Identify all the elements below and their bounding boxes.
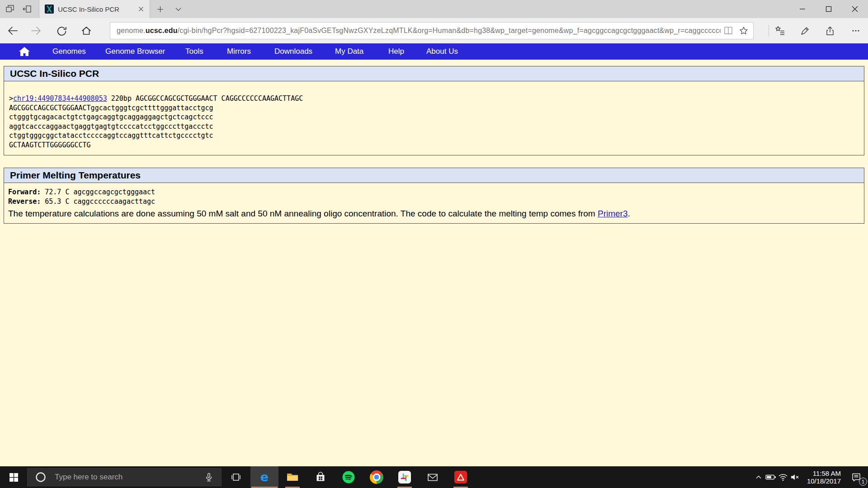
taskbar-app-spotify[interactable] — [335, 466, 363, 488]
microphone-icon[interactable] — [204, 472, 214, 482]
nav-item-downloads[interactable]: Downloads — [274, 47, 312, 56]
new-tab-button[interactable] — [152, 0, 168, 18]
set-tabs-aside-button[interactable] — [19, 0, 35, 18]
slack-icon — [398, 471, 411, 483]
note-period: . — [628, 209, 630, 218]
taskbar-app-file-explorer[interactable] — [278, 466, 307, 488]
chevron-down-icon — [175, 6, 182, 13]
taskbar-search-input[interactable]: Type here to search — [27, 468, 222, 486]
browser-address-bar: genome.ucsc.edu/cgi-bin/hgPcr?hgsid=6271… — [0, 18, 868, 43]
nav-item-tools[interactable]: Tools — [185, 47, 203, 56]
star-icon — [739, 26, 749, 36]
tray-chevron-button[interactable] — [753, 466, 765, 488]
volume-muted-icon — [790, 473, 800, 481]
nav-item-mirrors[interactable]: Mirrors — [227, 47, 251, 56]
nav-item-genome-browser[interactable]: Genome Browser — [105, 47, 165, 56]
windows-taskbar: Type here to search e — [0, 466, 868, 488]
tm-content: Forward: 72.7 C agcggccagcgctgggaact Rev… — [4, 183, 864, 223]
file-explorer-icon — [286, 470, 299, 484]
microsoft-store-icon — [314, 471, 327, 483]
action-center-button[interactable]: 1 — [844, 466, 868, 488]
minimize-button[interactable] — [789, 0, 816, 18]
pen-icon — [800, 25, 811, 36]
tab-close-button[interactable] — [136, 4, 146, 14]
taskbar-clock[interactable]: 11:58 AM 10/18/2017 — [807, 469, 841, 485]
forward-button[interactable] — [27, 22, 45, 40]
pcr-section-title: UCSC In-Silico PCR — [4, 66, 864, 81]
windows-logo-icon — [9, 473, 18, 482]
window-controls — [789, 0, 868, 18]
close-window-button[interactable] — [842, 0, 868, 18]
forward-value: 72.7 C agcggccagcgctgggaact — [41, 188, 155, 196]
hub-icon — [775, 25, 786, 36]
fasta-prefix: > — [9, 94, 13, 103]
sequence-line: ctggtgggcggctatacctccccaggtccaggtttcattc… — [9, 131, 864, 141]
pcr-results-section: UCSC In-Silico PCR >chr19:44907834+44908… — [4, 66, 864, 155]
wifi-status-button[interactable] — [777, 466, 789, 488]
minimize-icon — [799, 6, 806, 12]
forward-label: Forward: — [8, 188, 41, 196]
taskbar-app-mail[interactable] — [419, 466, 447, 488]
tm-section-title: Primer Melting Temperatures — [4, 168, 864, 183]
taskbar-app-chrome[interactable] — [363, 466, 391, 488]
tab-list-dropdown-button[interactable] — [170, 0, 186, 18]
tabs-preview-button[interactable] — [2, 0, 18, 18]
clock-date: 10/18/2017 — [807, 477, 841, 485]
web-note-button[interactable] — [795, 22, 816, 40]
sequence-line: aggtcacccaggaactgaggtgagtgtccccatcctggcc… — [9, 122, 864, 131]
sequence-line: ctgggtgcagacactgtctgagcaggtgcaggaggagctg… — [9, 113, 864, 122]
sequence-line: GCTAAGTCTTGGGGGGCCTG — [9, 141, 864, 150]
refresh-icon — [56, 25, 67, 37]
add-favorite-button[interactable] — [736, 23, 751, 39]
primer3-link[interactable]: Primer3 — [598, 209, 628, 218]
taskbar-app-edge[interactable]: e — [250, 466, 278, 488]
share-icon — [825, 25, 835, 36]
reverse-primer-row: Reverse: 65.3 C caggccccccaagacttagc — [8, 197, 864, 206]
back-button[interactable] — [4, 22, 22, 40]
nav-item-help[interactable]: Help — [388, 47, 404, 56]
home-icon — [19, 47, 30, 56]
nav-home-button[interactable] — [19, 47, 30, 56]
cortana-icon — [35, 471, 47, 483]
home-button[interactable] — [77, 22, 95, 40]
battery-icon — [765, 473, 776, 481]
nav-item-genomes[interactable]: Genomes — [52, 47, 86, 56]
chromosome-position-link[interactable]: chr19:44907834+44908053 — [13, 94, 107, 103]
sequence-line: AGCGGCCAGCGCTGGGAACTggcactgggtcgcttttggg… — [9, 103, 864, 113]
pcr-result-header: >chr19:44907834+44908053 220bp AGCGGCCAG… — [9, 94, 864, 103]
taskbar-app-acrobat[interactable] — [447, 466, 475, 488]
pcr-result-meta: 220bp AGCGGCCAGCGCTGGGAACT CAGGCCCCCCAAG… — [107, 94, 303, 103]
page-content: UCSC In-Silico PCR >chr19:44907834+44908… — [0, 60, 868, 466]
ucsc-nav-bar: Genomes Genome Browser Tools Mirrors Dow… — [0, 43, 868, 60]
set-tabs-aside-icon — [22, 4, 32, 14]
browser-tab-bar: UCSC In-Silico PCR — [0, 0, 868, 18]
system-tray: 11:58 AM 10/18/2017 1 — [753, 466, 868, 488]
notification-badge: 1 — [859, 478, 867, 486]
url-input[interactable]: genome.ucsc.edu/cgi-bin/hgPcr?hgsid=6271… — [110, 22, 754, 39]
maximize-button[interactable] — [816, 0, 842, 18]
taskbar-app-store[interactable] — [307, 466, 335, 488]
maximize-icon — [826, 6, 832, 12]
search-placeholder: Type here to search — [55, 473, 204, 482]
share-button[interactable] — [820, 22, 840, 40]
volume-muted-button[interactable] — [789, 466, 802, 488]
taskbar-app-slack[interactable] — [391, 466, 419, 488]
url-path: /cgi-bin/hgPcr?hgsid=627100223_kajF0aSvG… — [178, 27, 721, 34]
edge-icon: e — [257, 470, 272, 484]
battery-status-button[interactable] — [765, 466, 777, 488]
close-icon — [138, 6, 144, 12]
plus-icon — [157, 6, 164, 13]
start-button[interactable] — [0, 466, 27, 488]
acrobat-icon — [454, 471, 467, 483]
nav-item-about-us[interactable]: About Us — [426, 47, 458, 56]
browser-tab-active[interactable]: UCSC In-Silico PCR — [39, 0, 150, 18]
ellipsis-icon — [851, 26, 860, 35]
reverse-label: Reverse: — [8, 197, 41, 206]
nav-item-my-data[interactable]: My Data — [335, 47, 363, 56]
task-view-button[interactable] — [222, 466, 250, 488]
tab-title: UCSC In-Silico PCR — [58, 5, 132, 13]
reading-view-button[interactable] — [721, 23, 736, 39]
more-options-button[interactable] — [845, 22, 866, 40]
hub-favorites-button[interactable] — [770, 22, 791, 40]
refresh-button[interactable] — [52, 22, 71, 40]
